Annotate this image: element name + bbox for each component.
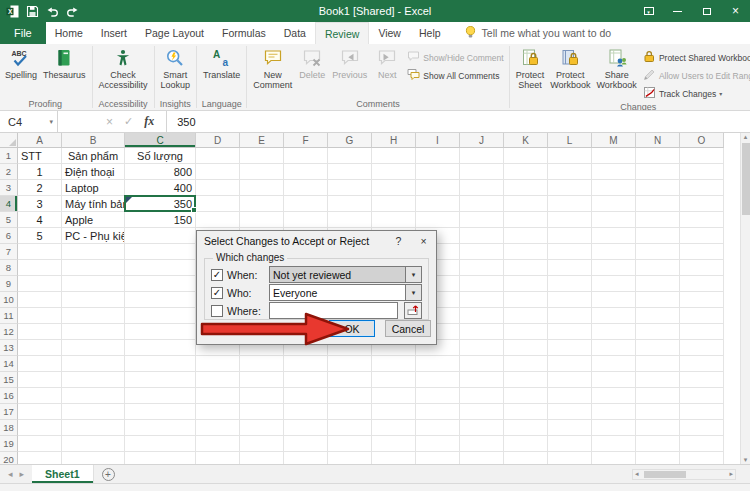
formula-input[interactable]: 350 — [167, 116, 195, 128]
cell-N17[interactable] — [636, 404, 680, 420]
cell-A8[interactable] — [18, 260, 62, 276]
cell-I4[interactable] — [416, 196, 460, 212]
cell-F18[interactable] — [284, 420, 328, 436]
cell-F19[interactable] — [284, 436, 328, 452]
cell-C6[interactable] — [125, 228, 196, 244]
cell-N3[interactable] — [636, 180, 680, 196]
cell-I14[interactable] — [416, 356, 460, 372]
cell-J4[interactable] — [460, 196, 504, 212]
cell-O18[interactable] — [680, 420, 724, 436]
chevron-down-icon[interactable]: ▾ — [405, 267, 421, 282]
cell-O15[interactable] — [680, 372, 724, 388]
cell-E4[interactable] — [240, 196, 284, 212]
cancel-button[interactable]: Cancel — [385, 320, 431, 337]
row-header-8[interactable]: 8 — [0, 260, 18, 276]
ribbon-button-new-comment[interactable]: NewComment — [250, 45, 295, 98]
cell-J5[interactable] — [460, 212, 504, 228]
cell-B10[interactable] — [62, 292, 125, 308]
tab-file[interactable]: File — [0, 22, 46, 44]
cell-N1[interactable] — [636, 148, 680, 164]
cell-K19[interactable] — [504, 436, 548, 452]
cell-A4[interactable]: 3 — [18, 196, 62, 212]
cell-O1[interactable] — [680, 148, 724, 164]
cell-J20[interactable] — [460, 452, 504, 464]
column-header-J[interactable]: J — [460, 133, 504, 148]
minimize-button[interactable] — [663, 0, 692, 22]
cell-K6[interactable] — [504, 228, 548, 244]
cell-K15[interactable] — [504, 372, 548, 388]
cell-J12[interactable] — [460, 324, 504, 340]
checkbox-where[interactable] — [211, 305, 223, 317]
cell-G17[interactable] — [328, 404, 372, 420]
cell-B1[interactable]: Sản phẩm — [62, 148, 125, 164]
cell-L5[interactable] — [548, 212, 592, 228]
cell-D20[interactable] — [196, 452, 240, 464]
cell-C3[interactable]: 400 — [125, 180, 196, 196]
redo-icon[interactable] — [66, 5, 79, 18]
cell-I17[interactable] — [416, 404, 460, 420]
cell-G5[interactable] — [328, 212, 372, 228]
tab-insert[interactable]: Insert — [92, 22, 136, 44]
horizontal-scroll-thumb[interactable] — [644, 471, 686, 478]
cell-J11[interactable] — [460, 308, 504, 324]
cell-E3[interactable] — [240, 180, 284, 196]
cell-O20[interactable] — [680, 452, 724, 464]
column-header-K[interactable]: K — [504, 133, 548, 148]
cell-M16[interactable] — [592, 388, 636, 404]
cell-K13[interactable] — [504, 340, 548, 356]
vertical-scroll-thumb[interactable] — [742, 143, 750, 215]
cell-K1[interactable] — [504, 148, 548, 164]
row-header-13[interactable]: 13 — [0, 340, 18, 356]
cancel-entry-icon[interactable]: × — [106, 115, 113, 129]
cell-N8[interactable] — [636, 260, 680, 276]
cell-D17[interactable] — [196, 404, 240, 420]
row-header-5[interactable]: 5 — [0, 212, 18, 228]
cell-D2[interactable] — [196, 164, 240, 180]
cell-C14[interactable] — [125, 356, 196, 372]
cell-M10[interactable] — [592, 292, 636, 308]
cell-N18[interactable] — [636, 420, 680, 436]
cell-A7[interactable] — [18, 244, 62, 260]
cell-N15[interactable] — [636, 372, 680, 388]
cell-L18[interactable] — [548, 420, 592, 436]
cell-I15[interactable] — [416, 372, 460, 388]
tab-page-layout[interactable]: Page Layout — [136, 22, 213, 44]
cell-K4[interactable] — [504, 196, 548, 212]
cell-F15[interactable] — [284, 372, 328, 388]
cell-D15[interactable] — [196, 372, 240, 388]
cell-B9[interactable] — [62, 276, 125, 292]
column-header-L[interactable]: L — [548, 133, 592, 148]
cell-L4[interactable] — [548, 196, 592, 212]
cell-M17[interactable] — [592, 404, 636, 420]
ribbon-button-protect-shared-workbook[interactable]: Protect Shared Workbook — [643, 50, 750, 65]
cell-C8[interactable] — [125, 260, 196, 276]
cell-M14[interactable] — [592, 356, 636, 372]
cell-G3[interactable] — [328, 180, 372, 196]
cell-N5[interactable] — [636, 212, 680, 228]
cell-F16[interactable] — [284, 388, 328, 404]
scroll-up-icon[interactable]: ▴ — [744, 133, 748, 141]
dropdown-who[interactable]: Everyone▾ — [269, 284, 422, 301]
cell-C1[interactable]: Số lượng — [125, 148, 196, 164]
cell-F17[interactable] — [284, 404, 328, 420]
cell-M8[interactable] — [592, 260, 636, 276]
confirm-entry-icon[interactable]: ✓ — [124, 115, 133, 128]
cell-K7[interactable] — [504, 244, 548, 260]
cell-O10[interactable] — [680, 292, 724, 308]
cell-B12[interactable] — [62, 324, 125, 340]
cell-J18[interactable] — [460, 420, 504, 436]
cell-H2[interactable] — [372, 164, 416, 180]
cell-M13[interactable] — [592, 340, 636, 356]
cell-N16[interactable] — [636, 388, 680, 404]
cell-O11[interactable] — [680, 308, 724, 324]
cell-E15[interactable] — [240, 372, 284, 388]
cell-D19[interactable] — [196, 436, 240, 452]
cell-M20[interactable] — [592, 452, 636, 464]
range-input[interactable] — [269, 302, 398, 319]
column-header-I[interactable]: I — [416, 133, 460, 148]
close-button[interactable]: × — [721, 0, 750, 22]
cell-M7[interactable] — [592, 244, 636, 260]
cell-F2[interactable] — [284, 164, 328, 180]
cell-O8[interactable] — [680, 260, 724, 276]
cell-B6[interactable]: PC - Phụ kiện — [62, 228, 125, 244]
